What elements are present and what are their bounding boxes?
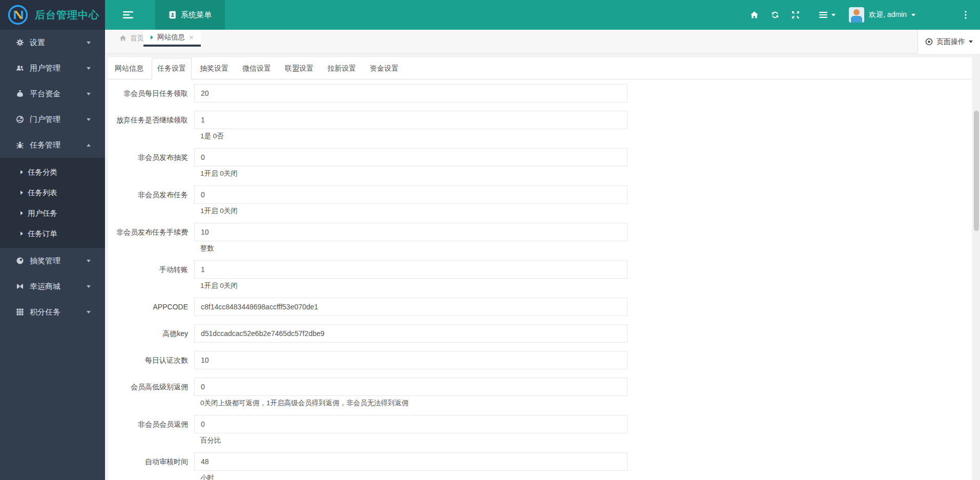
tab-task-settings[interactable]: 任务设置	[152, 58, 192, 79]
gear-icon	[15, 38, 25, 47]
sidebar-item-user-management[interactable]: 用户管理	[0, 55, 105, 81]
sidebar-toggle-button[interactable]	[105, 0, 152, 30]
field-hint: 0关闭上级都可返佣，1开启高级会员得到返佣，非会员无法得到返佣	[200, 399, 972, 407]
manual-transfer-input[interactable]	[194, 260, 628, 279]
tab-website-info[interactable]: 网站信息	[109, 58, 149, 79]
sidebar-item-portal-management[interactable]: 门户管理	[0, 107, 105, 132]
chevron-up-icon	[87, 144, 91, 147]
tab-referral-settings[interactable]: 拉新设置	[322, 58, 362, 79]
sidebar-item-settings[interactable]: 设置	[0, 30, 105, 55]
nonmember-publish-task-input[interactable]	[194, 185, 628, 204]
breadcrumb-home[interactable]: 首页	[119, 30, 144, 47]
field-label: 非会员发布抽奖	[108, 148, 194, 166]
chevron-down-icon	[87, 93, 91, 95]
sidebar-item-task-category[interactable]: 任务分类	[0, 162, 105, 182]
content-area: 网站信息 任务设置 抽奖设置 微信设置 联盟设置 拉新设置 资金设置 非会员每日…	[105, 54, 980, 480]
portal-icon	[15, 115, 25, 123]
sidebar-item-platform-funds[interactable]: 平台资金	[0, 81, 105, 107]
sidebar-subitem-label: 任务列表	[28, 188, 57, 198]
abandon-task-continue-input[interactable]	[194, 111, 628, 129]
caret-right-icon	[20, 191, 23, 195]
chevron-down-icon	[87, 311, 91, 314]
close-icon[interactable]: ×	[189, 33, 194, 41]
field-label: 自动审核时间	[108, 452, 194, 471]
sidebar-item-lucky-mall[interactable]: 幸运商城	[0, 274, 105, 299]
topbar: 系统菜单 欢迎, admin	[105, 0, 980, 30]
sidebar-item-task-orders[interactable]: 任务订单	[0, 223, 105, 244]
quick-menu-button[interactable]	[813, 0, 842, 30]
field-label: 非会员发布任务	[108, 185, 194, 204]
sidebar-item-task-management[interactable]: 任务管理	[0, 132, 105, 158]
page-tab-website-info[interactable]: 网站信息 ×	[143, 30, 201, 47]
nonmember-rebate-input[interactable]	[194, 415, 628, 433]
member-level-rebate-input[interactable]	[194, 378, 628, 396]
caret-right-icon	[20, 170, 23, 174]
sidebar-menu: 设置 用户管理 平台资金 门户管理	[0, 30, 105, 325]
target-icon	[925, 38, 933, 46]
tab-funds-settings[interactable]: 资金设置	[364, 58, 404, 79]
form-row: 自动审核时间 小时	[108, 452, 972, 480]
field-hint: 百分比	[200, 436, 972, 444]
field-label: 非会员发布任务手续费	[108, 223, 194, 241]
tab-wechat-settings[interactable]: 微信设置	[237, 58, 277, 79]
sidebar-subitem-label: 任务订单	[28, 229, 57, 239]
nonmember-publish-lottery-input[interactable]	[194, 148, 628, 166]
field-label: 每日认证次数	[108, 351, 194, 369]
form-row: 非会员发布抽奖 1开启 0关闭	[108, 148, 972, 177]
more-options-icon[interactable]	[958, 0, 973, 30]
fullscreen-icon[interactable]	[785, 0, 806, 30]
home-icon	[119, 35, 127, 41]
settings-tabs: 网站信息 任务设置 抽奖设置 微信设置 联盟设置 拉新设置 资金设置	[108, 58, 972, 79]
field-hint: 整数	[200, 244, 972, 252]
field-label: 高德key	[108, 324, 194, 343]
sidebar-subitem-label: 任务分类	[28, 168, 57, 177]
form-row: 会员高低级别返佣 0关闭上级都可返佣，1开启高级会员得到返佣，非会员无法得到返佣	[108, 378, 972, 407]
sidebar-item-label: 抽奖管理	[30, 256, 87, 266]
breadcrumb-home-label: 首页	[130, 34, 144, 43]
mall-icon	[15, 282, 25, 290]
auto-review-time-input[interactable]	[194, 452, 628, 471]
caret-right-icon	[20, 211, 23, 215]
chevron-down-icon	[831, 14, 836, 16]
field-label: APPCODE	[108, 298, 194, 316]
scrollbar-thumb[interactable]	[974, 111, 979, 231]
sidebar-item-label: 任务管理	[30, 140, 87, 150]
topbar-tab-system-menu[interactable]: 系统菜单	[155, 0, 225, 30]
nonmember-task-fee-input[interactable]	[194, 223, 628, 241]
sidebar-item-lottery-management[interactable]: 抽奖管理	[0, 248, 105, 274]
daily-auth-count-input[interactable]	[194, 351, 628, 369]
field-hint: 小时	[200, 474, 972, 480]
sidebar-subitem-label: 用户任务	[28, 208, 57, 218]
field-label: 手动转账	[108, 260, 194, 279]
chevron-down-icon	[969, 40, 973, 43]
appcode-input[interactable]	[194, 298, 628, 316]
daily-task-claim-input[interactable]	[194, 84, 628, 102]
field-label: 会员高低级别返佣	[108, 378, 194, 396]
chevron-down-icon	[911, 14, 915, 16]
refresh-icon[interactable]	[765, 0, 785, 30]
sidebar-item-label: 门户管理	[30, 115, 87, 124]
list-icon	[819, 11, 828, 18]
sidebar-item-points-tasks[interactable]: 积分任务	[0, 299, 105, 325]
home-icon[interactable]	[744, 0, 765, 30]
chevron-down-icon	[87, 260, 91, 262]
tab-alliance-settings[interactable]: 联盟设置	[279, 58, 319, 79]
sidebar-item-user-tasks[interactable]: 用户任务	[0, 203, 105, 223]
sidebar-item-task-list[interactable]: 任务列表	[0, 182, 105, 203]
welcome-text: 欢迎, admin	[869, 10, 907, 19]
tab-lottery-settings[interactable]: 抽奖设置	[194, 58, 234, 79]
scrollbar-track[interactable]	[973, 54, 980, 480]
gaode-key-input[interactable]	[194, 324, 628, 343]
caret-right-icon	[20, 232, 23, 236]
page-actions-dropdown[interactable]: 页面操作	[918, 30, 980, 54]
sidebar-item-label: 用户管理	[30, 64, 87, 73]
form-row: 非会员会员返佣 百分比	[108, 415, 972, 444]
funds-icon	[15, 90, 25, 98]
field-label: 放弃任务是否继续领取	[108, 111, 194, 129]
sidebar-item-label: 平台资金	[30, 89, 87, 99]
system-menu-label: 系统菜单	[181, 10, 212, 20]
user-menu[interactable]: 欢迎, admin	[849, 7, 915, 23]
field-label: 非会员每日任务领取	[108, 84, 194, 102]
field-hint: 1开启 0关闭	[200, 170, 972, 177]
menu-toggle-icon	[123, 11, 134, 19]
